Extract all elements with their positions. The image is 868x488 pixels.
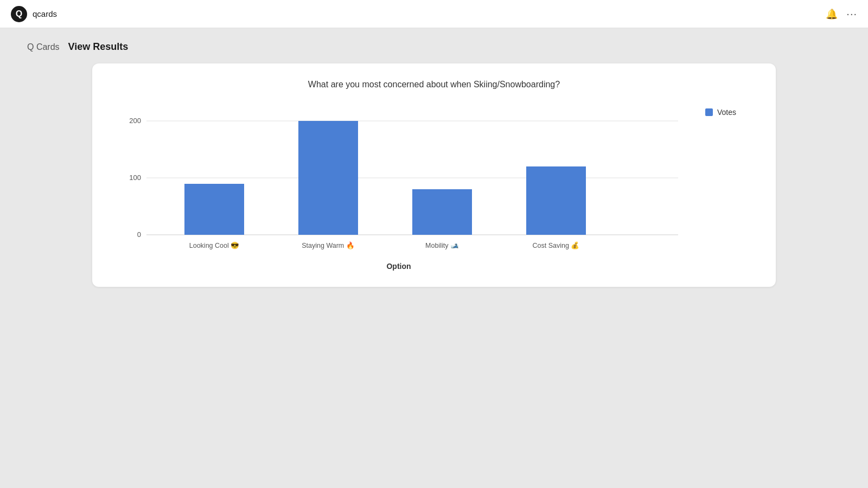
svg-text:Cost Saving 💰: Cost Saving 💰 xyxy=(533,241,580,250)
logo: Q xyxy=(11,6,27,22)
chart-title: What are you most concerned about when S… xyxy=(114,80,754,89)
x-axis-label: Option xyxy=(114,262,684,271)
svg-text:Mobility 🎿: Mobility 🎿 xyxy=(425,241,459,250)
chart-card: What are you most concerned about when S… xyxy=(92,63,776,287)
breadcrumb-link[interactable]: Q Cards xyxy=(27,42,60,52)
header-left: Q qcards xyxy=(11,6,57,22)
bar-cost-saving xyxy=(526,166,586,235)
legend-color-votes xyxy=(705,108,713,116)
svg-text:Staying Warm 🔥: Staying Warm 🔥 xyxy=(302,241,355,250)
legend-item-votes: Votes xyxy=(705,108,760,117)
svg-text:0: 0 xyxy=(137,230,141,239)
legend-label-votes: Votes xyxy=(717,108,736,117)
svg-text:100: 100 xyxy=(129,174,141,182)
bar-looking-cool xyxy=(184,184,244,235)
svg-text:200: 200 xyxy=(129,117,141,125)
chart-legend: Votes xyxy=(694,102,760,271)
chart-area: 200 100 0 Looking Cool 😎 Staying Warm 🔥 … xyxy=(114,102,754,271)
bar-mobility xyxy=(412,189,472,235)
chart-main: 200 100 0 Looking Cool 😎 Staying Warm 🔥 … xyxy=(114,102,684,271)
bar-staying-warm xyxy=(298,121,358,235)
app-name: qcards xyxy=(33,9,57,18)
bell-icon[interactable]: 🔔 xyxy=(826,8,838,20)
logo-letter: Q xyxy=(16,9,22,19)
header: Q qcards 🔔 ··· xyxy=(0,0,868,28)
chart-svg: 200 100 0 Looking Cool 😎 Staying Warm 🔥 … xyxy=(114,102,684,254)
svg-text:Looking Cool 😎: Looking Cool 😎 xyxy=(189,241,239,250)
breadcrumb: Q Cards View Results xyxy=(0,28,868,63)
header-right: 🔔 ··· xyxy=(826,8,857,20)
more-icon[interactable]: ··· xyxy=(846,8,857,20)
breadcrumb-current: View Results xyxy=(68,41,129,53)
